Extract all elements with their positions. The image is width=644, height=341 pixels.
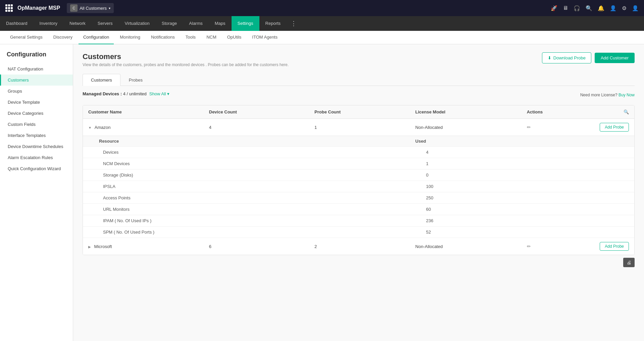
tab-customers[interactable]: Customers <box>83 74 120 86</box>
subnav: General Settings Discovery Configuration… <box>0 31 644 44</box>
edit-icon[interactable]: ✏ <box>527 125 531 130</box>
sidebar-item-device-downtime-schedules[interactable]: Device Downtime Schedules <box>0 141 73 152</box>
col-search[interactable]: 🔍 <box>594 105 634 119</box>
rocket-icon[interactable]: 🚀 <box>551 5 557 11</box>
buy-now-link[interactable]: Buy Now <box>618 93 635 97</box>
resource-access-points-used: 250 <box>410 192 634 204</box>
resource-header-row: Resource Used <box>83 136 634 147</box>
resource-row: IPSLA 100 <box>83 181 634 192</box>
nav-maps[interactable]: Maps <box>209 16 232 31</box>
amazon-name-cell: ▼ Amazon <box>83 119 204 136</box>
microsoft-add-probe-button[interactable]: Add Probe <box>600 242 629 251</box>
search-icon[interactable]: 🔍 <box>586 5 592 11</box>
user-icon[interactable]: 👤 <box>610 5 616 11</box>
resource-row: Devices 4 <box>83 147 634 158</box>
bell-icon[interactable]: 🔔 <box>598 5 604 11</box>
customer-selector-label: All Customers <box>80 6 107 11</box>
nav-network[interactable]: Network <box>63 16 92 31</box>
nav-servers[interactable]: Servers <box>92 16 119 31</box>
download-icon: ⬇ <box>548 55 551 60</box>
navbar: Dashboard Inventory Network Servers Virt… <box>0 16 644 31</box>
nav-inventory[interactable]: Inventory <box>34 16 63 31</box>
sidebar-title: Configuration <box>0 51 73 63</box>
chevron-down-icon: ▾ <box>167 91 169 96</box>
sidebar-item-device-categories[interactable]: Device Categories <box>0 108 73 119</box>
amazon-probe-count: 1 <box>309 119 410 136</box>
page-header: Customers View the details of the custom… <box>83 52 635 67</box>
table-search-icon[interactable]: 🔍 <box>624 109 629 114</box>
resource-row: SPM ( No. Of Used Ports ) 52 <box>83 227 634 238</box>
sidebar-item-quick-configuration-wizard[interactable]: Quick Configuration Wizard <box>0 163 73 174</box>
gear-icon[interactable]: ⚙ <box>622 5 627 11</box>
microsoft-add-probe-cell: Add Probe <box>594 238 634 255</box>
expand-icon[interactable]: ▼ <box>88 126 92 130</box>
sidebar-item-custom-fields[interactable]: Custom Fields <box>0 119 73 130</box>
app-logo: OpManager MSP <box>5 4 60 12</box>
col-license-model: License Model <box>410 105 522 119</box>
nav-virtualization[interactable]: Virtualization <box>119 16 156 31</box>
sidebar-item-customers[interactable]: Customers <box>0 75 73 86</box>
col-probe-count: Probe Count <box>309 105 410 119</box>
tab-probes[interactable]: Probes <box>120 74 151 86</box>
resource-row: NCM Devices 1 <box>83 158 634 169</box>
customer-selector[interactable]: C All Customers ▾ <box>67 3 114 13</box>
license-notice: Need more License? Buy Now <box>580 93 635 97</box>
nav-alarms[interactable]: Alarms <box>183 16 208 31</box>
resource-ncm-devices-used: 1 <box>410 158 634 169</box>
subnav-general-settings[interactable]: General Settings <box>5 31 47 44</box>
edit-icon[interactable]: ✏ <box>527 244 531 249</box>
resource-ncm-devices: NCM Devices <box>83 158 410 169</box>
headset-icon[interactable]: 🎧 <box>574 5 580 11</box>
resource-devices: Devices <box>83 147 410 158</box>
used-col-header: Used <box>410 136 634 147</box>
resource-ipsla-used: 100 <box>410 181 634 192</box>
layout: Configuration NAT Configuration Customer… <box>0 44 644 341</box>
print-icon[interactable]: 🖨 <box>623 258 635 267</box>
managed-devices-bar: Managed Devices : 4 / unlimited Show All… <box>83 91 169 96</box>
sidebar-item-interface-templates[interactable]: Interface Templates <box>0 130 73 141</box>
amazon-license-model: Non-Allocated <box>410 119 522 136</box>
table-row: ▼ Amazon 4 1 Non-Allocated ✏ Add Probe <box>83 119 634 136</box>
resource-storage-used: 0 <box>410 169 634 181</box>
subnav-tools[interactable]: Tools <box>181 31 200 44</box>
col-customer-name: Customer Name <box>83 105 204 119</box>
download-probe-button[interactable]: ⬇ Download Probe <box>542 52 591 63</box>
nav-dashboard[interactable]: Dashboard <box>0 16 34 31</box>
nav-reports[interactable]: Reports <box>259 16 287 31</box>
sidebar-item-device-template[interactable]: Device Template <box>0 97 73 108</box>
subnav-itom-agents[interactable]: ITOM Agents <box>247 31 282 44</box>
profile-icon[interactable]: 👤 <box>632 5 639 11</box>
main-content: Customers View the details of the custom… <box>73 44 644 341</box>
nav-storage[interactable]: Storage <box>156 16 183 31</box>
microsoft-device-count: 6 <box>204 238 309 255</box>
resource-row: Access Points 250 <box>83 192 634 204</box>
resource-row: IPAM ( No. Of Used IPs ) 236 <box>83 215 634 227</box>
amazon-device-count: 4 <box>204 119 309 136</box>
amazon-add-probe-button[interactable]: Add Probe <box>600 123 629 132</box>
sidebar-item-alarm-escalation-rules[interactable]: Alarm Escalation Rules <box>0 152 73 163</box>
subnav-configuration[interactable]: Configuration <box>79 31 114 44</box>
show-all-button[interactable]: Show All ▾ <box>149 91 169 96</box>
amazon-actions-cell: ✏ <box>522 119 595 136</box>
page-title: Customers <box>83 52 289 61</box>
resource-storage: Storage (Disks) <box>83 169 410 181</box>
nav-more-icon[interactable]: ⋮ <box>287 20 301 27</box>
subnav-notifications[interactable]: Notifications <box>146 31 180 44</box>
expand-icon[interactable]: ▶ <box>88 245 91 249</box>
resource-ipam-used: 236 <box>410 215 634 227</box>
managed-devices-label: Managed Devices : 4 / unlimited <box>83 91 147 96</box>
microsoft-name-cell: ▶ Microsoft <box>83 238 204 255</box>
add-customer-button[interactable]: Add Customer <box>595 53 635 63</box>
subnav-oputils[interactable]: OpUtils <box>222 31 246 44</box>
subnav-monitoring[interactable]: Monitoring <box>115 31 145 44</box>
resource-row: URL Monitors 60 <box>83 204 634 215</box>
sidebar-item-nat-configuration[interactable]: NAT Configuration <box>0 63 73 75</box>
subnav-ncm[interactable]: NCM <box>202 31 221 44</box>
monitor-icon[interactable]: 🖥 <box>563 5 568 11</box>
resource-ipam: IPAM ( No. Of Used IPs ) <box>83 215 410 227</box>
nav-settings[interactable]: Settings <box>232 16 259 31</box>
col-device-count: Device Count <box>204 105 309 119</box>
sidebar-item-groups[interactable]: Groups <box>0 86 73 97</box>
microsoft-actions-cell: ✏ <box>522 238 595 255</box>
subnav-discovery[interactable]: Discovery <box>49 31 77 44</box>
